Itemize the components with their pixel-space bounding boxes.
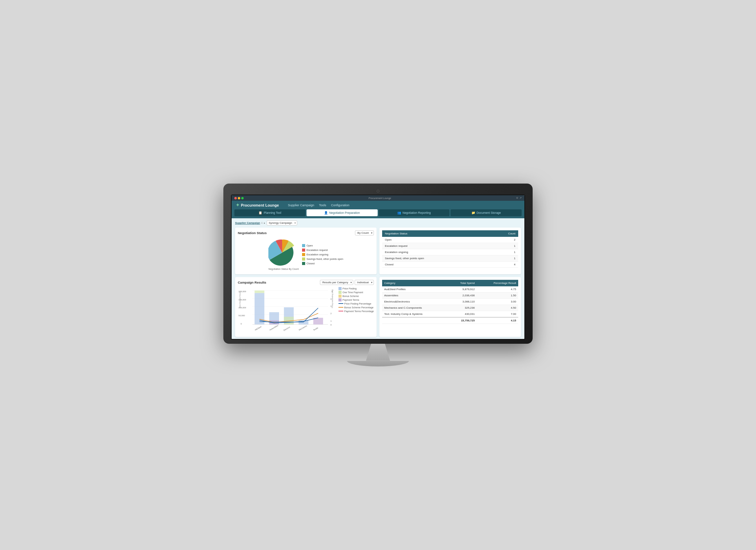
status-cell: Savings fixed, other points open [382,255,488,262]
nav-tools[interactable]: Tools [319,204,326,207]
svg-rect-1 [302,244,305,247]
status-table-header-row: Negotiation Status Count [382,230,518,237]
by-count-label: By Count [357,231,369,234]
status-table-row: Escalation ongoing 1 [382,249,518,255]
legend-price-finding: Price Finding [338,287,374,290]
category-cell: Electrics&Electronics [382,299,448,305]
tab-storage-label: Document Storage [477,211,501,214]
status-cell: Escalation ongoing [382,249,488,255]
negotiation-status-table-card: Negotiation Status Count Open 2 Escalati… [379,228,521,274]
nav-configuration[interactable]: Configuration [331,204,349,207]
status-table-row: Escalation request 1 [382,243,518,249]
monitor-wrapper: Procurement Lounge ⊙ ↗ ✦ Procurement Lou… [223,184,533,366]
tab-prep-label: Negotiation Preparation [329,211,360,214]
legend-pt-label: Payment Terms [343,299,359,301]
results-content: 200,000 150,000 100,000 50,000 0 5 4 3 [238,287,374,334]
by-count-arrow: ▾ [371,232,373,234]
results-table-row: Mechanics and C-Components 325,236 4.50 [382,305,518,311]
minimize-button[interactable] [238,197,240,199]
top-bar: Procurement Lounge ⊙ ↗ [232,195,524,201]
campaign-results-table-card: Category Total Spend Percentage Result A… [379,277,521,337]
legend-bs-label: Bonus Scheme [343,295,359,297]
pie-chart [268,239,296,266]
results-per-category-dropdown[interactable]: Results per Category ▾ [320,280,353,285]
legend-pf-label: Price Finding [343,287,357,290]
tab-document-storage[interactable]: 📁 Document Storage [451,209,522,216]
svg-text:1: 1 [330,320,332,322]
svg-rect-28 [299,320,308,324]
category-col-header: Category [382,280,448,286]
status-cell: Escalation request [382,243,488,249]
by-count-dropdown[interactable]: By Count ▾ [355,230,374,235]
count-cell: 1 [488,255,518,262]
results-table-row: Au&Steel Profiles 9,879,912 4.75 [382,286,518,293]
legend-bsp-label: Bonus Scheme Percentage [344,306,374,309]
app-bar: ✦ Procurement Lounge Supplier Campaign T… [232,201,524,209]
maximize-button[interactable] [241,197,244,199]
status-table-row: Open 2 [382,237,518,243]
breadcrumb-campaign-label[interactable]: Supplier Campaign [235,221,260,224]
campaign-value: Synergy Campaign [269,221,292,224]
svg-text:Mechanics: Mechanics [298,325,307,331]
monitor-body: Procurement Lounge ⊙ ↗ ✦ Procurement Lou… [223,184,533,343]
campaign-selector[interactable]: Synergy Campaign ▾ [267,220,297,226]
nav-supplier-campaign[interactable]: Supplier Campaign [288,204,314,207]
tab-negotiation-reporting[interactable]: 👥 Negotiation Reporting [379,209,450,216]
svg-text:Total Absolute Result: Total Absolute Result [239,292,241,308]
total-spend-cell: 325,236 [448,305,477,311]
category-cell: Text. Industry Comp & Systems [382,311,448,318]
legend-open-label: Open [307,244,313,247]
traffic-lights [234,197,244,199]
results-table-row: Assemblies 2,036,436 1.50 [382,293,518,299]
pct-result-cell: 1.50 [477,293,518,299]
individual-arrow: ▾ [371,281,373,284]
count-cell: 2 [488,237,518,243]
window-title: Procurement Lounge [246,197,514,199]
legend-one-time: One Time Payment [338,291,374,294]
individual-dropdown[interactable]: Individual ▾ [355,280,374,285]
svg-text:0: 0 [241,322,242,325]
tab-reporting-label: Negotiation Reporting [402,211,431,214]
reporting-icon: 👥 [397,211,401,214]
status-cell: Closed [382,262,488,268]
legend-closed-label: Closed [307,262,314,265]
pct-result-cell: 7.00 [477,311,518,318]
results-total-row: 15,759,725 4.15 [382,317,518,324]
close-button[interactable] [234,197,237,199]
monitor-camera [377,190,379,192]
legend-bonus-scheme: Bonus Scheme [338,295,374,298]
chart-area: Negotiation Status By Count Open Escalat… [238,238,374,272]
category-cell: Mechanics and C-Components [382,305,448,311]
legend-ot-label: One Time Payment [343,291,363,294]
zoom-icon: ⊙ [516,197,518,199]
svg-rect-23 [255,291,264,293]
pie-legend: Open Escalation request Escalation ongoi… [302,244,343,265]
svg-rect-40 [338,298,342,301]
info-icon: ℹ [262,222,263,224]
chart-legend: Price Finding One Time Payment Bonus Sch… [338,287,374,313]
app-logo: ✦ Procurement Lounge [236,202,279,208]
tab-planning[interactable]: 📋 Planning Tool [234,209,305,216]
app-title: Procurement Lounge [241,203,279,207]
pct-result-col-header: Percentage Result [477,280,518,286]
svg-rect-37 [338,287,342,290]
legend-pf-pct: Price Finding Percentage [338,302,374,305]
neg-status-chart-title: Negotiation Status [238,231,267,235]
legend-escalation-request: Escalation request [302,249,343,252]
total-label-cell [382,317,448,324]
monitor-base [347,361,409,366]
count-cell: 4 [488,262,518,268]
negotiation-status-chart-card: Negotiation Status By Count ▾ [235,228,377,274]
legend-savings: Savings fixed, other points open [302,257,343,261]
status-table-row: Savings fixed, other points open 1 [382,255,518,262]
total-spend-cell: 3,088,110 [448,299,477,305]
tab-negotiation-prep[interactable]: 👤 Negotiation Preparation [307,209,378,216]
campaign-results-card: Campaign Results Results per Category ▾ … [235,277,377,337]
svg-rect-4 [302,257,305,261]
count-cell: 1 [488,249,518,255]
svg-text:50,000: 50,000 [238,315,245,317]
total-spend-cell: 9,879,912 [448,286,477,293]
category-cell: Au&Steel Profiles [382,286,448,293]
results-table: Category Total Spend Percentage Result A… [382,280,518,324]
pct-result-cell: 4.75 [477,286,518,293]
